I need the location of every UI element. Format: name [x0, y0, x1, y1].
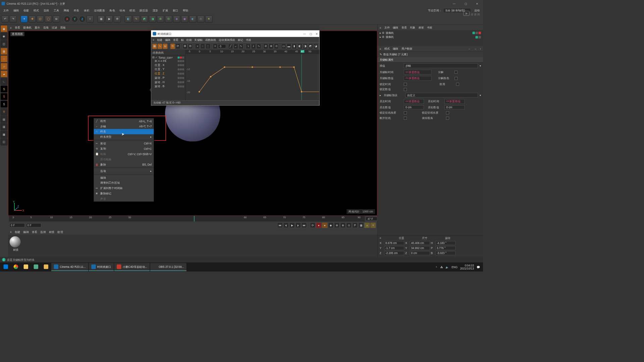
menu-mode[interactable]: 模式 — [32, 8, 41, 13]
tl-track-row[interactable]: ⊟ ✓Torso_con+ — [151, 56, 185, 59]
om-menu-file[interactable]: 文件 — [384, 26, 390, 29]
tl-hamburger-icon[interactable]: ≡ — [153, 38, 154, 41]
om-hamburger-icon[interactable]: ≡ — [380, 26, 381, 29]
mat-menu-material[interactable]: 材质 — [49, 230, 55, 234]
break-checkbox[interactable] — [404, 117, 407, 120]
tlm-fcurve[interactable]: 函数曲线 — [205, 38, 216, 42]
timeline-scrub[interactable]: 0 5 10 15 20 25 30 60 65 70 75 80 85 90 — [9, 216, 365, 222]
tray-lang[interactable]: ENG — [451, 265, 458, 268]
vp-menu-filter[interactable]: 过滤 — [52, 26, 57, 29]
workplane-button[interactable]: ▦ — [1, 48, 8, 55]
rot-p-input[interactable]: 3.776 ° — [435, 246, 455, 250]
tl-motion-button[interactable]: M — [163, 43, 167, 49]
attr-menu-userdata[interactable]: 用户数据 — [401, 47, 413, 51]
key-interp2-button[interactable]: ⍒ — [370, 223, 376, 228]
attr-nav-up-icon[interactable]: ↑ — [480, 47, 481, 50]
last-tool-button[interactable]: ⧉ — [53, 15, 60, 22]
tl-tangent3-button[interactable]: ⊙ — [274, 43, 279, 49]
tlm-key[interactable]: 关键帧 — [194, 38, 203, 42]
tl-track-tree[interactable]: 函数曲线 ⊟ ✓Torso_con+ IK <-> FK 位置 . X 位置 .… — [151, 50, 185, 100]
tl-easeout-button[interactable]: ⤸ — [251, 43, 256, 49]
vp-menu-display[interactable]: 显示 — [35, 26, 40, 29]
locktime-checkbox[interactable] — [404, 82, 407, 85]
tray-chevron-icon[interactable]: ＾ — [435, 265, 438, 269]
model-mode-button[interactable]: ◉ — [1, 33, 8, 40]
s-button-3[interactable]: S — [1, 101, 8, 108]
s-button-1[interactable]: S — [1, 85, 8, 93]
mat-menu-select[interactable]: 选择 — [40, 230, 46, 234]
extrude-button[interactable]: ◨ — [149, 15, 156, 22]
mat-hamburger-icon[interactable]: ≡ — [10, 230, 12, 233]
rot-h-input[interactable]: -4.183 ° — [435, 241, 455, 245]
om-menu-edit[interactable]: 编辑 — [393, 26, 398, 29]
goto-end-button[interactable]: ⏭ — [302, 223, 307, 228]
om-menu-tags[interactable]: 标签 — [419, 26, 424, 29]
tl-spline-button[interactable]: ∿ — [239, 43, 244, 49]
menu-select[interactable]: 选择 — [42, 8, 51, 13]
tl-graph[interactable]: -5 0 5 10 15 20 25 30 35 40 45 47 50 -12… — [185, 50, 319, 100]
tl-snap-value[interactable]: 0 — [218, 44, 226, 48]
keepview-checkbox[interactable] — [446, 117, 449, 120]
key-scale-button[interactable]: ⊗ — [340, 223, 346, 228]
decompcol-checkbox[interactable] — [454, 77, 458, 80]
tl-opt2-button[interactable]: ◨ — [303, 43, 308, 49]
cube-primitive-button[interactable]: ◧ — [125, 15, 132, 22]
menu-edit[interactable]: 编辑 — [12, 8, 21, 13]
om-menu-view[interactable]: 查看 — [401, 26, 407, 29]
dropdown-chevron-icon[interactable]: ▾ — [480, 94, 481, 97]
timeline-playhead-icon[interactable] — [194, 216, 195, 222]
range-start-input[interactable]: 0 F — [10, 223, 25, 227]
make-editable-button[interactable]: ▣ — [1, 25, 8, 32]
menu-character[interactable]: 角色 — [108, 8, 117, 13]
menu-animate[interactable]: 动画 — [118, 8, 127, 13]
tl-track-row[interactable]: IK <-> FK — [151, 59, 185, 63]
vp-menu-options[interactable]: 选项 — [43, 26, 49, 29]
ctx-copy[interactable]: ⧉复制Ctrl+C — [94, 146, 154, 152]
tl-framesel-button[interactable]: ⊞ — [183, 43, 187, 49]
task-timeline[interactable]: 时间线窗口 — [89, 263, 114, 271]
object-row[interactable]: ▸ ✇ 摄像机 — [378, 35, 483, 39]
prev-key-button[interactable]: ⏴ — [283, 223, 289, 228]
pos-x-input[interactable]: 8.678 cm — [384, 241, 404, 245]
tl-opt4-button[interactable]: ◪ — [313, 43, 318, 49]
next-key-button[interactable]: ⏵ — [296, 223, 301, 228]
tl-close-button[interactable]: ✕ — [316, 32, 318, 36]
lockang-checkbox[interactable] — [404, 111, 407, 114]
key-interp1-button[interactable]: ⍋ — [364, 223, 370, 228]
key-pos-button[interactable]: ⊕ — [334, 223, 340, 228]
rot-b-input[interactable]: -3.023 ° — [435, 251, 455, 255]
axis-x-toggle[interactable]: X — [64, 16, 71, 22]
task-app1[interactable] — [31, 263, 41, 271]
autokey-button[interactable]: ● — [322, 223, 328, 228]
start-button[interactable] — [1, 263, 11, 271]
array-button[interactable]: ⊞ — [157, 15, 164, 22]
boole-button[interactable]: ⊟ — [165, 15, 172, 22]
tl-region1-button[interactable]: ▭ — [281, 43, 286, 49]
vp-menu-hamburger-icon[interactable]: ≡ — [10, 26, 12, 29]
ctx-edit[interactable]: 编辑 — [94, 175, 154, 180]
tlm-bookmark[interactable]: 书签 — [246, 38, 252, 42]
render-view-button[interactable]: ▦ — [98, 15, 105, 22]
ctx-options[interactable]: 选项▸ — [94, 169, 154, 174]
rotate-tool-button[interactable]: ◯ — [45, 15, 52, 22]
menu-extensions[interactable]: 扩展 — [161, 8, 170, 13]
llt-field[interactable]: <<多重数值 — [404, 99, 424, 104]
task-tutorial[interactable]: 小鹏C4D零基础动... — [114, 263, 150, 271]
menu-simulate[interactable]: 模拟 — [128, 8, 137, 13]
tl-region3-button[interactable]: ▮ — [292, 43, 297, 49]
ban-checkbox[interactable] — [456, 82, 459, 85]
locklen-checkbox[interactable] — [446, 111, 449, 114]
tl-track-row[interactable]: 位置 . Y — [151, 67, 185, 71]
tl-titlebar[interactable]: 时间线窗口 ― ▢ ✕ — [151, 31, 319, 37]
coord-system-button[interactable]: ⌖ — [87, 15, 94, 22]
mat-menu-edit[interactable]: 编辑 — [23, 230, 29, 234]
decomp-checkbox[interactable] — [454, 70, 458, 73]
xyz-hamburger-icon[interactable]: ≡ — [380, 236, 381, 240]
tl-track-row[interactable]: 旋转 . H — [151, 80, 185, 84]
maximize-button[interactable]: ▢ — [460, 0, 472, 7]
attr-hamburger-icon[interactable]: ≡ — [380, 47, 381, 50]
tl-frameall-button[interactable]: ⊟ — [188, 43, 193, 49]
vp-menu-panel[interactable]: 面板 — [60, 26, 66, 29]
quantize-button[interactable]: ▤ — [1, 116, 8, 123]
redo-button[interactable]: ↷ — [10, 15, 17, 22]
